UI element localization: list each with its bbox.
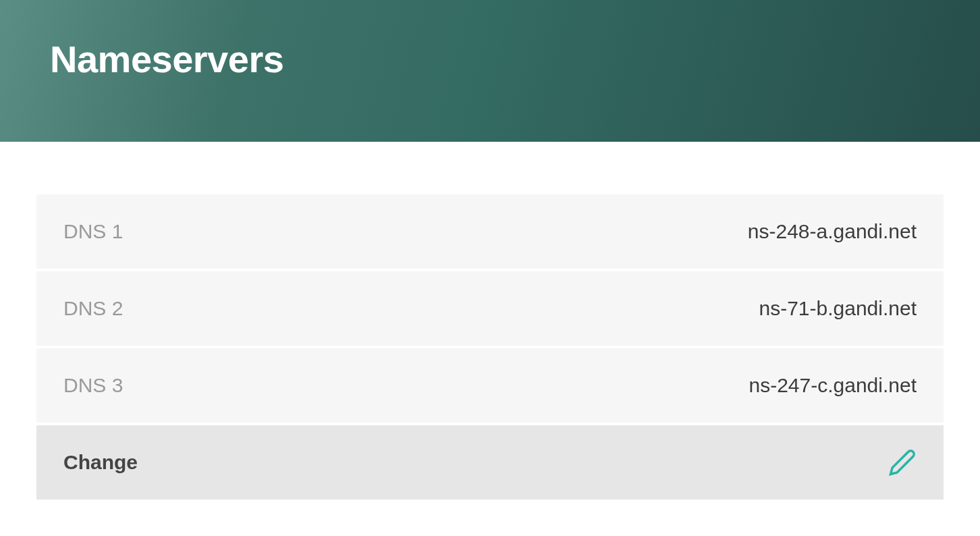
page-title: Nameservers <box>50 37 930 81</box>
pencil-icon <box>888 448 917 477</box>
dns-label: DNS 2 <box>63 297 123 320</box>
dns-row: DNS 1 ns-248-a.gandi.net <box>36 194 944 269</box>
dns-row: DNS 3 ns-247-c.gandi.net <box>36 348 944 423</box>
content-area: DNS 1 ns-248-a.gandi.net DNS 2 ns-71-b.g… <box>0 142 980 500</box>
dns-value: ns-71-b.gandi.net <box>759 297 917 320</box>
dns-row: DNS 2 ns-71-b.gandi.net <box>36 271 944 346</box>
dns-value: ns-247-c.gandi.net <box>749 374 917 397</box>
change-label: Change <box>63 451 138 474</box>
nameservers-table: DNS 1 ns-248-a.gandi.net DNS 2 ns-71-b.g… <box>36 194 944 500</box>
dns-label: DNS 1 <box>63 220 123 243</box>
dns-value: ns-248-a.gandi.net <box>748 220 917 243</box>
page-header: Nameservers <box>0 0 980 142</box>
dns-label: DNS 3 <box>63 374 123 397</box>
change-button[interactable]: Change <box>36 425 944 500</box>
